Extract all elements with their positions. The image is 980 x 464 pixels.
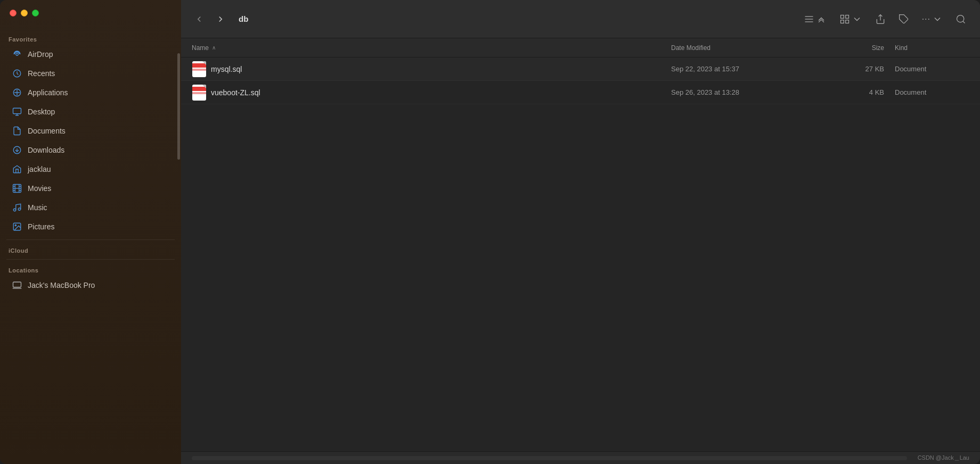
svg-rect-27 (840, 15, 844, 18)
status-scrollbar[interactable] (192, 456, 907, 460)
folder-title: db (239, 14, 248, 23)
col-kind-header[interactable]: Kind (884, 44, 969, 52)
favorites-label: Favorites (0, 32, 181, 45)
sidebar-item-movies[interactable]: Movies (3, 179, 178, 197)
sidebar-divider-locations (6, 259, 175, 260)
file-icon (192, 84, 207, 101)
file-kind: Document (884, 88, 969, 96)
sidebar-item-airdrop[interactable]: AirDrop (3, 45, 178, 63)
file-rows: mysql.sql Sep 22, 2023 at 15:37 27 KB Do… (181, 57, 980, 451)
status-bar: CSDN @Jack＿Lau (181, 451, 980, 464)
sidebar-item-desktop[interactable]: Desktop (3, 103, 178, 121)
documents-icon (12, 126, 22, 136)
minimize-button[interactable] (21, 10, 28, 16)
col-size-header[interactable]: Size (820, 44, 884, 52)
sidebar-item-label: Recents (28, 69, 55, 78)
svg-line-34 (963, 21, 965, 23)
locations-label: Locations (0, 263, 181, 276)
share-button[interactable] (872, 12, 889, 27)
name-column-label: Name (192, 44, 209, 52)
svg-rect-28 (845, 15, 848, 18)
maximize-button[interactable] (32, 10, 39, 16)
file-name: mysql.sql (211, 65, 671, 73)
sidebar-item-downloads[interactable]: Downloads (3, 141, 178, 159)
scrollbar-thumb (177, 53, 180, 160)
sidebar-item-label: Downloads (28, 146, 64, 154)
finder-window: Favorites AirDrop Recents (0, 0, 980, 464)
col-name-header[interactable]: Name ∧ (192, 44, 671, 52)
sidebar-item-applications[interactable]: Applications (3, 84, 178, 102)
sidebar-item-documents[interactable]: Documents (3, 122, 178, 140)
table-row[interactable]: vueboot-ZL.sql Sep 26, 2023 at 13:28 4 K… (181, 81, 980, 104)
home-icon (12, 164, 22, 175)
sidebar-item-jacklau[interactable]: jacklau (3, 160, 178, 178)
more-options-button[interactable]: ··· (919, 12, 946, 27)
sidebar-item-label: Documents (28, 127, 66, 135)
attribution-text: CSDN @Jack＿Lau (918, 454, 969, 462)
recents-icon (12, 68, 22, 79)
desktop-icon (12, 106, 22, 117)
file-date: Sep 26, 2023 at 13:28 (671, 88, 820, 96)
pictures-icon (12, 221, 22, 232)
forward-button[interactable] (213, 12, 228, 27)
sidebar-item-pictures[interactable]: Pictures (3, 218, 178, 236)
file-date: Sep 22, 2023 at 15:37 (671, 65, 820, 73)
search-button[interactable] (952, 12, 969, 27)
sidebar: Favorites AirDrop Recents (0, 0, 181, 464)
sidebar-item-label: Applications (28, 88, 68, 97)
sidebar-item-recents[interactable]: Recents (3, 64, 178, 82)
svg-point-19 (18, 208, 21, 211)
sidebar-item-label: AirDrop (28, 50, 53, 59)
sidebar-scrollbar[interactable] (177, 32, 180, 464)
airdrop-icon (12, 49, 22, 60)
icloud-label: iCloud (0, 243, 181, 256)
music-icon (12, 202, 22, 213)
sidebar-item-label: jacklau (28, 165, 51, 173)
traffic-lights (10, 10, 39, 16)
svg-rect-5 (13, 108, 21, 114)
svg-point-33 (957, 15, 964, 22)
file-size: 4 KB (820, 88, 884, 96)
downloads-icon (12, 145, 22, 155)
sidebar-item-label: Music (28, 203, 47, 212)
grid-view-button[interactable] (836, 12, 865, 27)
applications-icon (12, 87, 22, 98)
back-button[interactable] (192, 12, 207, 27)
file-name: vueboot-ZL.sql (211, 88, 671, 97)
toolbar: db (181, 0, 980, 38)
svg-point-18 (13, 209, 16, 211)
file-size: 27 KB (820, 65, 884, 73)
list-view-button[interactable] (801, 12, 830, 27)
svg-point-21 (15, 225, 16, 226)
file-kind: Document (884, 65, 969, 73)
close-button[interactable] (10, 10, 17, 16)
svg-rect-29 (840, 20, 844, 23)
laptop-icon (12, 280, 22, 291)
sidebar-item-label: Pictures (28, 222, 55, 231)
svg-point-0 (16, 53, 19, 56)
sidebar-item-label: Movies (28, 184, 51, 193)
sidebar-item-label: Jack's MacBook Pro (28, 281, 95, 289)
sidebar-divider-icloud (6, 239, 175, 240)
tag-button[interactable] (895, 12, 912, 27)
file-icon (192, 61, 207, 78)
table-row[interactable]: mysql.sql Sep 22, 2023 at 15:37 27 KB Do… (181, 57, 980, 81)
main-content: db (181, 0, 980, 464)
svg-rect-30 (845, 20, 848, 23)
sidebar-item-label: Desktop (28, 107, 55, 116)
sidebar-item-music[interactable]: Music (3, 198, 178, 217)
file-list-header: Name ∧ Date Modified Size Kind (181, 38, 980, 57)
svg-rect-22 (13, 282, 21, 287)
sort-arrow: ∧ (212, 45, 216, 51)
col-date-header[interactable]: Date Modified (671, 44, 820, 52)
movies-icon (12, 183, 22, 194)
sidebar-item-macbook[interactable]: Jack's MacBook Pro (3, 276, 178, 294)
